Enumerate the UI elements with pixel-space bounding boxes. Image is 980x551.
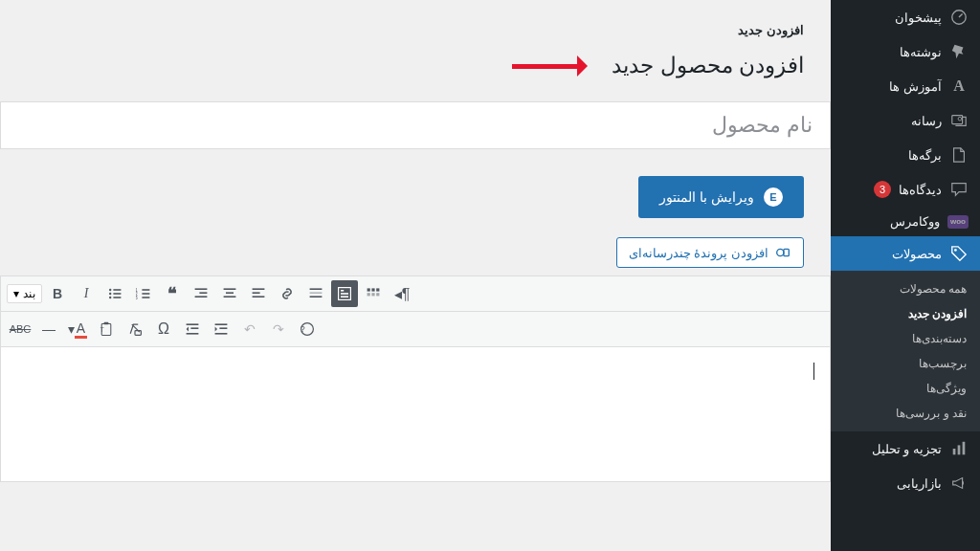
hr-button[interactable]: — (35, 316, 62, 342)
svg-rect-22 (199, 292, 207, 294)
svg-rect-5 (958, 445, 961, 454)
sidebar-label: آموزش ها (889, 79, 942, 94)
svg-point-2 (958, 117, 962, 121)
text-color-button[interactable]: A ▾ (64, 316, 91, 342)
editor-toolbar-row2: ABC — A ▾ T Ω ↶ ↷ ? (1, 312, 830, 347)
svg-rect-30 (310, 288, 323, 290)
submenu-categories[interactable]: دسته‌بندی‌ها (831, 326, 980, 351)
align-right-button[interactable] (188, 280, 214, 307)
submenu-reviews[interactable]: نقد و بررسی‌ها (831, 401, 980, 426)
admin-sidebar: پیشخوان نوشته‌ها A آموزش ها رسانه برگه‌ه… (831, 0, 980, 551)
svg-rect-50 (215, 323, 228, 325)
sidebar-item-comments[interactable]: دیدگاه‌ها 3 (831, 172, 980, 207)
svg-rect-49 (187, 333, 199, 335)
pilcrow-button[interactable]: ¶◂ (389, 280, 415, 307)
svg-rect-31 (310, 292, 323, 294)
svg-text:3: 3 (136, 296, 138, 300)
sidebar-item-analytics[interactable]: تجزیه و تحلیل (831, 431, 980, 466)
svg-rect-44 (104, 322, 109, 324)
align-center-button[interactable] (216, 280, 243, 307)
svg-rect-34 (341, 290, 344, 292)
svg-point-3 (954, 249, 957, 252)
svg-rect-36 (341, 296, 348, 298)
svg-rect-29 (253, 296, 265, 298)
sidebar-item-media[interactable]: رسانه (831, 103, 980, 138)
clear-format-button[interactable] (122, 316, 148, 342)
sidebar-label: محصولات (892, 247, 942, 261)
bold-button[interactable]: B (44, 280, 71, 307)
align-left-button[interactable] (245, 280, 272, 307)
dashboard-icon (949, 8, 969, 27)
svg-rect-14 (113, 297, 121, 298)
italic-button[interactable]: I (73, 280, 100, 307)
svg-rect-12 (113, 293, 121, 295)
sidebar-item-woocommerce[interactable]: woo ووکامرس (831, 207, 980, 236)
svg-rect-51 (219, 327, 227, 329)
number-list-button[interactable]: 123 (130, 280, 157, 307)
sidebar-item-marketing[interactable]: بازاریابی (831, 466, 980, 500)
svg-rect-24 (224, 288, 236, 290)
special-char-button[interactable]: Ω (150, 316, 177, 342)
paste-text-button[interactable]: T (93, 316, 120, 342)
outdent-button[interactable] (179, 316, 206, 342)
undo-button[interactable]: ↶ (236, 316, 263, 342)
comment-icon (949, 180, 969, 199)
sidebar-item-tutorials[interactable]: A آموزش ها (831, 69, 980, 103)
redo-button[interactable]: ↷ (265, 316, 292, 342)
editor-box: بند ▾ B I 123 ❝ ¶◂ ABC — A ▾ T Ω ↶ ↷ (0, 276, 831, 482)
woo-icon: woo (947, 215, 969, 229)
products-submenu: همه محصولات افزودن جدید دسته‌بندی‌ها برچ… (831, 271, 980, 431)
sidebar-label: رسانه (911, 114, 942, 128)
blockquote-button[interactable]: ❝ (159, 280, 186, 307)
annotation-arrow (512, 61, 598, 71)
sidebar-item-posts[interactable]: نوشته‌ها (831, 34, 980, 69)
format-select[interactable]: بند ▾ (7, 284, 42, 303)
toolbar-toggle-button[interactable] (360, 280, 387, 307)
sidebar-item-pages[interactable]: برگه‌ها (831, 138, 980, 172)
submenu-tags[interactable]: برچسب‌ها (831, 351, 980, 376)
main-content: افزودن جدید افزودن محصول جدید E ویرایش ب… (0, 0, 831, 482)
svg-point-7 (777, 249, 784, 255)
svg-point-13 (109, 297, 111, 298)
svg-rect-10 (113, 289, 121, 291)
submenu-all-products[interactable]: همه محصولات (831, 276, 980, 301)
add-media-button[interactable]: افزودن پروندهٔ چندرسانه‌ای (616, 237, 804, 268)
svg-rect-38 (371, 288, 374, 291)
svg-rect-32 (310, 296, 323, 298)
sidebar-item-dashboard[interactable]: پیشخوان (831, 0, 980, 34)
a-icon: A (949, 77, 969, 96)
sidebar-label: برگه‌ها (908, 148, 942, 163)
page-title: افزودن محصول جدید (0, 41, 831, 101)
svg-rect-16 (142, 289, 149, 291)
text-cursor (813, 363, 814, 380)
svg-point-11 (109, 293, 111, 295)
editor-toolbar-row1: بند ▾ B I 123 ❝ ¶◂ (1, 276, 830, 312)
submenu-attributes[interactable]: ویژگی‌ها (831, 376, 980, 401)
svg-rect-20 (142, 297, 149, 298)
more-button[interactable] (302, 280, 329, 307)
editor-textarea[interactable] (1, 347, 830, 481)
comment-badge: 3 (874, 181, 891, 198)
link-button[interactable] (274, 280, 301, 307)
indent-button[interactable] (208, 316, 234, 342)
strike-button[interactable]: ABC (7, 316, 33, 342)
svg-text:?: ? (301, 324, 305, 334)
media-icon (774, 244, 791, 261)
submenu-add-new[interactable]: افزودن جدید (831, 301, 980, 326)
sidebar-item-products[interactable]: محصولات (831, 236, 980, 271)
breadcrumb: افزودن جدید (0, 0, 831, 41)
product-title-input[interactable] (9, 105, 822, 145)
sidebar-label: ووکامرس (890, 214, 940, 229)
svg-rect-28 (253, 292, 260, 294)
svg-rect-40 (368, 293, 370, 296)
bullet-list-button[interactable] (101, 280, 128, 307)
svg-rect-26 (224, 296, 236, 298)
svg-rect-48 (190, 327, 198, 329)
svg-rect-37 (368, 288, 370, 291)
svg-rect-6 (963, 442, 966, 455)
help-button[interactable]: ? (294, 316, 321, 342)
fullscreen-button[interactable] (331, 280, 358, 307)
svg-rect-23 (195, 296, 208, 298)
edit-with-elementor-button[interactable]: E ویرایش با المنتور (638, 176, 804, 218)
svg-rect-35 (341, 293, 348, 295)
